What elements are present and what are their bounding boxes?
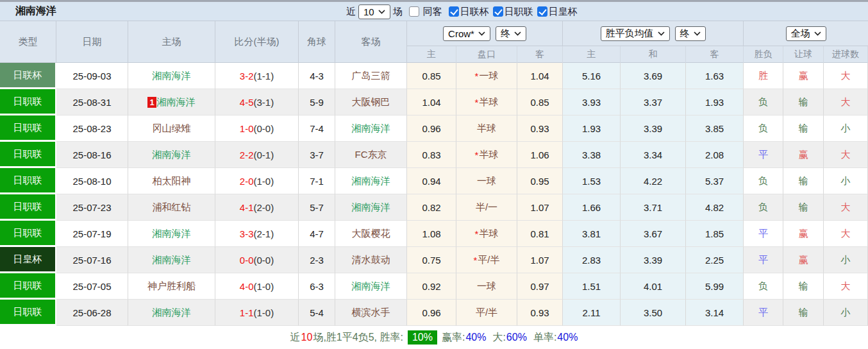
table-header: 类型 日期 主场 比分(半场) 角球 客场 Crow* 终 胜平负均值 终 <box>0 21 868 63</box>
avg-time-select[interactable]: 终 <box>675 26 706 41</box>
avg-type-select[interactable]: 胜平负均值 <box>601 26 670 41</box>
match-rows: 日联杯25-09-03湘南海洋3-2(1-1)4-3广岛三箭0.85*一球1.0… <box>0 63 868 326</box>
score-cell: 3-2(1-1) <box>215 63 299 89</box>
avg-away-cell: 1.85 <box>686 221 744 247</box>
avg-home-cell: 1.53 <box>563 168 621 194</box>
table-row: 日职联25-07-19湘南海洋3-3(2-1)4-7大阪樱花1.08*半球0.8… <box>0 221 868 247</box>
away-team-cell: 大阪樱花 <box>335 221 407 247</box>
outcome-cell: 平 <box>744 300 783 326</box>
odds-away-cell: 1.04 <box>517 63 563 89</box>
date-cell: 25-08-10 <box>56 168 128 194</box>
odds-away-cell: 0.81 <box>517 221 563 247</box>
home-team-cell: 神户胜利船 <box>128 273 215 300</box>
odds-home-cell: 0.82 <box>407 194 456 221</box>
odds-time-select[interactable]: 终 <box>496 26 526 41</box>
outcome-cell: 胜 <box>744 63 783 89</box>
cover-cell: 输 <box>783 89 824 115</box>
single-rate-value: 40% <box>557 332 578 343</box>
date-cell: 25-08-31 <box>56 89 128 115</box>
date-cell: 25-06-28 <box>56 300 128 326</box>
avg-draw-cell: 3.34 <box>621 142 686 168</box>
score-cell: 4-1(2-0) <box>215 194 299 221</box>
type-badge: 日职联 <box>0 194 56 221</box>
outcome-cell: 平 <box>744 221 783 247</box>
odds-away-cell: 1.07 <box>517 247 563 273</box>
cover-rate-value: 40% <box>465 332 486 343</box>
home-team-cell: 湘南海洋 <box>128 221 215 247</box>
league-checkbox-label: 日职联 <box>505 6 533 18</box>
odds-away-cell: 1.06 <box>517 142 563 168</box>
type-badge: 日职联 <box>0 300 56 326</box>
type-badge: 日职联 <box>0 89 56 115</box>
corner-cell: 4-3 <box>299 63 335 89</box>
avg-away-cell: 5.37 <box>686 168 744 194</box>
goals-cell: 小 <box>824 115 868 142</box>
odds-company-select[interactable]: Crow* <box>443 26 490 41</box>
single-rate-label: 单率: <box>533 331 556 345</box>
table-row: 日职联25-06-28湘南海洋1-1(1-0)5-4横滨水手0.96平/半0.9… <box>0 300 868 326</box>
avg-draw-cell: 3.69 <box>621 63 686 89</box>
table-row: 日职联25-07-23浦和红钻4-1(2-0)5-7湘南海洋0.82半/一1.0… <box>0 194 868 221</box>
subcol-outcome: 胜负 <box>744 46 783 63</box>
league-checkbox-0[interactable] <box>449 6 459 17</box>
outcome-cell: 负 <box>744 89 783 115</box>
league-checkbox-label: 日皇杯 <box>549 6 578 18</box>
table-row: 日职联25-08-10柏太阳神2-0(1-0)7-1湘南海洋0.94一球0.95… <box>0 168 868 194</box>
subcol-handicap: 盘口 <box>456 46 517 63</box>
type-badge: 日职联 <box>0 115 56 142</box>
corner-cell: 5-7 <box>299 194 335 221</box>
type-badge: 日职联 <box>0 142 56 168</box>
home-team-cell: 湘南海洋 <box>128 142 215 168</box>
odds-home-cell: 0.75 <box>407 247 456 273</box>
recent-count-select[interactable]: 10 <box>358 4 390 19</box>
score-cell: 2-0(1-0) <box>215 168 299 194</box>
games-label: 场 <box>393 6 403 18</box>
avg-home-cell: 1.51 <box>563 273 621 300</box>
table-row: 日联杯25-09-03湘南海洋3-2(1-1)4-3广岛三箭0.85*一球1.0… <box>0 63 868 89</box>
col-header-home: 主场 <box>128 21 215 63</box>
avg-home-cell: 2.83 <box>563 247 621 273</box>
date-cell: 25-09-03 <box>56 63 128 89</box>
table-row: 日皇杯25-07-16湘南海洋0-0(0-0)2-3清水鼓动0.75*平/半1.… <box>0 247 868 273</box>
goals-cell: 大 <box>824 194 868 221</box>
table-row: 日职联25-07-05神户胜利船4-0(1-0)6-3湘南海洋0.92一球0.9… <box>0 273 868 300</box>
big-rate-value: 60% <box>506 332 527 343</box>
avg-draw-cell: 3.71 <box>621 194 686 221</box>
chevron-down-icon <box>378 10 385 14</box>
home-team-cell: 湘南海洋 <box>128 247 215 273</box>
col-header-date: 日期 <box>56 21 128 63</box>
corner-cell: 3-7 <box>299 142 335 168</box>
league-checkbox-2[interactable] <box>537 6 547 17</box>
scope-select[interactable]: 全场 <box>786 26 826 41</box>
summary-recent-n: 10 <box>301 332 313 343</box>
odds-away-cell: 0.85 <box>517 89 563 115</box>
away-team-cell: 湘南海洋 <box>335 168 407 194</box>
odds-home-cell: 0.96 <box>407 300 456 326</box>
away-team-cell: 湘南海洋 <box>335 194 407 221</box>
corner-cell: 4-7 <box>299 221 335 247</box>
avg-draw-cell: 4.22 <box>621 168 686 194</box>
same-away-checkbox[interactable] <box>409 6 419 17</box>
league-checkbox-1[interactable] <box>493 6 503 17</box>
score-cell: 4-5(3-1) <box>215 89 299 115</box>
rank-badge: 1 <box>147 97 156 108</box>
subcol-cover: 让球 <box>783 46 824 63</box>
handicap-cell: 半球 <box>456 115 517 142</box>
chevron-down-icon <box>478 31 485 36</box>
chevron-down-icon <box>658 31 665 36</box>
table-row: 日职联25-08-16湘南海洋2-2(0-1)3-7FC东京0.83*半球1.0… <box>0 142 868 168</box>
away-team-cell: 湘南海洋 <box>335 115 407 142</box>
avg-home-cell: 1.93 <box>563 115 621 142</box>
cover-cell: 赢 <box>783 247 824 273</box>
odds-away-cell: 0.93 <box>517 300 563 326</box>
score-cell: 4-0(1-0) <box>215 273 299 300</box>
avg-away-cell: 1.63 <box>686 63 744 89</box>
odds-away-cell: 0.93 <box>517 115 563 142</box>
avg-home-cell: 3.81 <box>563 221 621 247</box>
subcol-goals: 进球数 <box>824 46 868 63</box>
outcome-cell: 负 <box>744 115 783 142</box>
handicap-cell: *半球 <box>456 142 517 168</box>
avg-home-cell: 5.16 <box>563 63 621 89</box>
home-team-cell: 浦和红钻 <box>128 194 215 221</box>
type-badge: 日职联 <box>0 168 56 194</box>
